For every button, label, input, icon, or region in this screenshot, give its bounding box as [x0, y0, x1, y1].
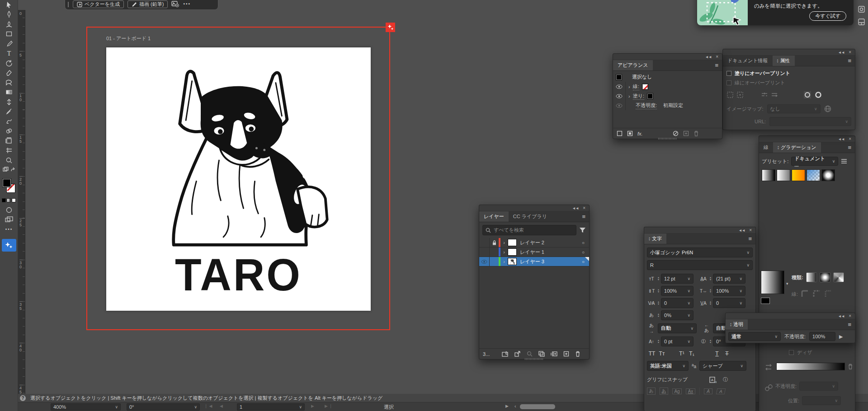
- next-artboard-icon[interactable]: ▶: [311, 404, 316, 408]
- aki-left-select[interactable]: 自動∨: [658, 323, 697, 333]
- rotate-tool-icon[interactable]: [0, 58, 18, 68]
- selection-tool-icon[interactable]: [0, 0, 18, 10]
- blend-mode-select[interactable]: 通常∨: [728, 332, 781, 341]
- layer-name[interactable]: レイヤー 3: [520, 258, 544, 265]
- snap-angular-guide-button[interactable]: A: [704, 388, 712, 394]
- zoom-level-select[interactable]: 400%∨: [51, 403, 121, 411]
- layers-search-input[interactable]: すべてを検索: [482, 225, 576, 235]
- new-layer-modifier-icon[interactable]: [551, 351, 557, 357]
- last-artboard-icon[interactable]: ▶❘: [325, 404, 334, 408]
- artboard-tool-icon[interactable]: [0, 136, 18, 146]
- stroke-across-icon[interactable]: [824, 290, 833, 299]
- horizontal-scrollbar-thumb[interactable]: [520, 404, 555, 409]
- visibility-toggle[interactable]: [479, 248, 490, 257]
- status-expand-icon[interactable]: ▶: [505, 404, 510, 408]
- tab-cc-library[interactable]: CC ライブラリ: [509, 211, 552, 222]
- layer-row-selected[interactable]: › レイヤー 3 ○: [479, 257, 589, 266]
- snap-baseline-button[interactable]: Ax: [686, 388, 695, 394]
- snap-anchor-button[interactable]: A: [716, 388, 726, 394]
- generate-vector-button[interactable]: ベクターを生成: [73, 0, 124, 8]
- layer-row[interactable]: › レイヤー 2 ○: [479, 238, 589, 248]
- kerning-select[interactable]: 0∨: [661, 298, 693, 308]
- opacity-expand-icon[interactable]: ▶: [839, 334, 843, 340]
- snap-baseline-jp-button[interactable]: あ: [660, 388, 668, 395]
- swap-undo-icons[interactable]: [0, 165, 18, 175]
- tab-appearance[interactable]: アピアランス: [613, 60, 653, 70]
- leading-stepper[interactable]: ▴▾: [710, 276, 711, 281]
- stop-position-select[interactable]: ∨: [802, 396, 841, 405]
- collect-for-export-icon[interactable]: [514, 351, 521, 357]
- vertical-scale-stepper[interactable]: ▴▾: [658, 289, 659, 293]
- tsume-stepper[interactable]: ▴▾: [658, 313, 659, 318]
- close-icon[interactable]: ×: [849, 50, 852, 55]
- artboard[interactable]: TARO: [106, 47, 371, 311]
- close-icon[interactable]: ×: [749, 228, 753, 233]
- gradient-swatch-white-black[interactable]: [762, 169, 775, 181]
- lock-toggle[interactable]: [490, 248, 499, 257]
- collapse-icon[interactable]: ◂◂: [739, 228, 745, 233]
- color-gradient-none-strip[interactable]: [0, 198, 18, 202]
- stroke-along-icon[interactable]: [812, 290, 821, 299]
- width-tool-icon[interactable]: [0, 97, 18, 107]
- new-stroke-icon[interactable]: [617, 131, 623, 136]
- expand-icon[interactable]: ›: [500, 249, 508, 255]
- evenodd-fill-rule-icon[interactable]: [814, 91, 822, 99]
- taskbar-more-icon[interactable]: •••: [183, 1, 191, 6]
- gradient-swatch-white-gray[interactable]: [777, 169, 790, 181]
- lock-toggle[interactable]: [490, 238, 499, 247]
- locate-object-icon[interactable]: [527, 351, 533, 357]
- color-button[interactable]: [2, 198, 6, 202]
- fill-stroke-indicator[interactable]: [0, 177, 18, 196]
- artwork-title-text[interactable]: TARO: [106, 248, 371, 301]
- preset-list-icon[interactable]: [841, 159, 847, 164]
- fill-swatch-black[interactable]: [2, 178, 11, 187]
- slice-tool-icon[interactable]: [0, 146, 18, 156]
- close-icon[interactable]: ×: [849, 313, 852, 318]
- panel-menu-icon[interactable]: ≡: [848, 321, 851, 328]
- collapse-icon[interactable]: ◂◂: [706, 54, 712, 59]
- zoom-tool-icon[interactable]: [0, 155, 18, 165]
- vertical-scale-select[interactable]: 100%∨: [661, 286, 693, 296]
- leading-select[interactable]: (21 pt)∨: [713, 274, 745, 284]
- tracking-select[interactable]: 0∨: [713, 298, 745, 308]
- eye-icon[interactable]: [616, 94, 623, 98]
- make-clipping-mask-icon[interactable]: [502, 351, 509, 357]
- small-caps-button[interactable]: Tᴛ: [657, 350, 667, 357]
- try-now-button[interactable]: 今すぐ試す: [809, 11, 846, 21]
- gradient-slider[interactable]: [776, 363, 845, 370]
- lock-toggle[interactable]: [490, 257, 499, 266]
- pen-tool-icon[interactable]: [0, 10, 18, 20]
- language-select[interactable]: 英語:米国∨: [647, 361, 689, 371]
- fill-black-swatch[interactable]: [647, 93, 653, 99]
- info-icon[interactable]: ⓘ: [723, 376, 728, 383]
- symbol-sprayer-tool-icon[interactable]: [0, 126, 18, 136]
- gradient-fill-proxy[interactable]: [761, 298, 770, 304]
- trash-icon[interactable]: [693, 131, 699, 136]
- layer-name[interactable]: レイヤー 2: [520, 239, 544, 246]
- help-icon[interactable]: ?: [20, 395, 26, 401]
- trash-icon[interactable]: [575, 351, 580, 357]
- appearance-panel-header[interactable]: ◂◂×: [613, 54, 722, 60]
- tab-character[interactable]: ▴▾文字: [644, 234, 666, 244]
- expand-icon[interactable]: ›: [500, 259, 508, 264]
- layer-thumbnail[interactable]: [508, 258, 517, 265]
- screen-mode-icon[interactable]: [0, 215, 18, 225]
- reverse-path-off-icon[interactable]: [761, 91, 768, 98]
- stroke-none-swatch[interactable]: [642, 84, 648, 90]
- target-circle[interactable]: ○: [582, 250, 585, 255]
- eyedropper-tool-icon[interactable]: [0, 107, 18, 117]
- eye-icon[interactable]: [616, 103, 623, 108]
- gradient-tool-icon[interactable]: [0, 88, 18, 98]
- gradient-preview-menu-icon[interactable]: ▾: [786, 281, 788, 286]
- collapse-icon[interactable]: ◂◂: [839, 136, 845, 141]
- superscript-button[interactable]: T¹: [677, 350, 687, 357]
- filter-funnel-icon[interactable]: [579, 227, 586, 233]
- clear-appearance-icon[interactable]: [673, 131, 679, 136]
- layer-row[interactable]: › レイヤー 1 ○: [479, 248, 589, 257]
- underline-button[interactable]: T: [712, 350, 722, 357]
- layer-thumbnail[interactable]: [508, 248, 517, 256]
- overprint-stroke-checkbox[interactable]: [726, 80, 731, 85]
- panel-menu-icon[interactable]: ≡: [715, 62, 718, 69]
- opacity-row-value[interactable]: 初期設定: [663, 102, 683, 109]
- tab-stroke[interactable]: 線: [759, 142, 773, 153]
